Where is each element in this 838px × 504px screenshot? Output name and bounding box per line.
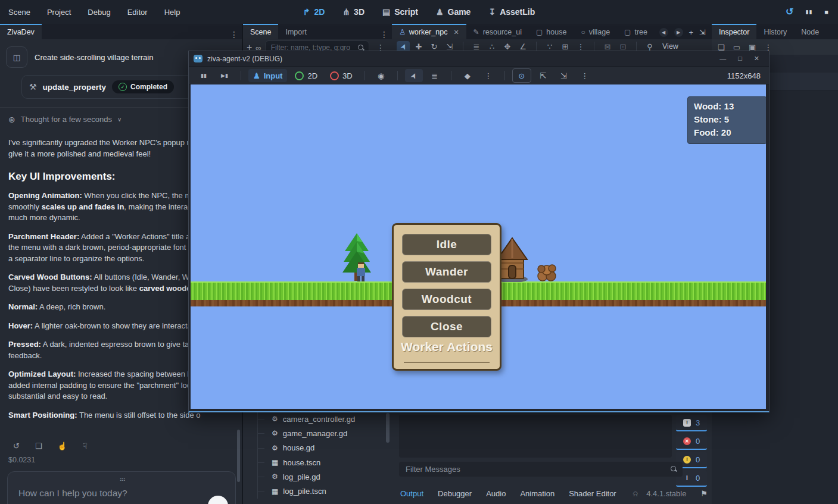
- message-cost: $0.0231: [8, 456, 35, 464]
- fullscreen-icon[interactable]: ⇱: [534, 69, 552, 82]
- prompt-input[interactable]: [17, 487, 198, 499]
- executed-count[interactable]: !3: [676, 415, 707, 431]
- script-tab-tree[interactable]: ▢tree: [617, 24, 655, 39]
- next-frame-icon[interactable]: ▶▮: [216, 69, 233, 82]
- expand-editor-icon[interactable]: ⇲: [699, 29, 706, 36]
- error-count[interactable]: ✕0: [676, 433, 707, 450]
- resource-wood: Wood: 13: [694, 100, 761, 113]
- err-icon: ✕: [683, 437, 691, 445]
- tab-zivadev-label: ZivaDev: [7, 28, 35, 36]
- bottom-tab-shader-editor[interactable]: Shader Editor: [569, 489, 616, 498]
- bottom-tab-animation[interactable]: Animation: [520, 489, 554, 498]
- new-resource-icon[interactable]: ❏: [718, 43, 725, 51]
- bottom-tab-debugger[interactable]: Debugger: [438, 489, 472, 498]
- load-resource-icon[interactable]: ▭: [733, 43, 740, 51]
- menu-debug[interactable]: Debug: [88, 8, 110, 17]
- search-icon: [358, 45, 365, 51]
- inspector-kebab-icon[interactable]: ⋮: [764, 43, 772, 51]
- menu-project[interactable]: Project: [47, 8, 71, 17]
- warn-icon: !: [683, 456, 691, 464]
- camera-kebab-icon[interactable]: ⋮: [479, 69, 497, 82]
- camera-override-icon[interactable]: ◆: [459, 69, 476, 82]
- send-button[interactable]: →: [208, 496, 228, 504]
- script-tab-house[interactable]: ▢house: [529, 24, 574, 39]
- filter-messages-input[interactable]: [404, 464, 666, 474]
- pause-button[interactable]: ▮▮: [805, 10, 812, 15]
- workspace-3d[interactable]: ⋔3D: [342, 7, 365, 17]
- view-menu[interactable]: View: [662, 42, 678, 51]
- workspace-2d[interactable]: ↱2D: [303, 7, 325, 17]
- save-resource-icon[interactable]: ▣: [749, 43, 756, 51]
- scene-tabstrip-kebab-icon[interactable]: ⋮: [376, 30, 392, 39]
- close-tab-icon[interactable]: ✕: [453, 29, 459, 36]
- select-mode-icon[interactable]: ➤: [405, 69, 423, 82]
- embed-kebab-icon[interactable]: ⋮: [576, 69, 594, 82]
- thumbs-up-icon[interactable]: ☝: [58, 442, 67, 450]
- worker-npc-sprite[interactable]: [355, 262, 367, 282]
- copy-icon[interactable]: ❏: [35, 442, 42, 450]
- npc-menu-button-wander[interactable]: Wander: [402, 261, 491, 283]
- pin-bottom-panel-icon[interactable]: ⚑: [700, 490, 708, 497]
- menu-help[interactable]: Help: [164, 8, 180, 17]
- npc-menu-button-close[interactable]: Close: [402, 316, 491, 337]
- workspace-game[interactable]: ♟Game: [436, 7, 471, 17]
- replay-button[interactable]: ↺: [786, 7, 793, 17]
- list-select-mode-icon[interactable]: ≣: [426, 69, 444, 82]
- menu-editor[interactable]: Editor: [127, 8, 148, 17]
- visibility-icon[interactable]: ◉: [372, 69, 390, 82]
- file-row[interactable]: ⚙game_manager.gd: [244, 426, 387, 440]
- tab-history[interactable]: History: [756, 24, 794, 39]
- tab-inspector[interactable]: Inspector: [712, 24, 756, 39]
- tab-zivadev[interactable]: ZivaDev: [0, 24, 42, 39]
- script-tab-village[interactable]: ○village: [574, 24, 617, 39]
- file-row[interactable]: ▦house.tscn: [244, 455, 387, 469]
- tab-import[interactable]: Import: [278, 24, 313, 39]
- close-icon[interactable]: ✕: [754, 55, 759, 62]
- bottom-tabs: OutputDebuggerAudioAnimationShader Edito…: [400, 489, 616, 498]
- workspace-script[interactable]: ▤Script: [382, 7, 418, 17]
- npc-menu-button-woodcut[interactable]: Woodcut: [402, 289, 491, 310]
- file-row[interactable]: ⚙camera_controller.gd: [244, 412, 387, 426]
- maximize-icon[interactable]: □: [738, 55, 742, 62]
- camera-3d-button[interactable]: 3D: [325, 69, 357, 82]
- file-row[interactable]: ⚙house.gd: [244, 441, 387, 455]
- prev-tab-icon[interactable]: ◀: [659, 28, 668, 37]
- file-row[interactable]: ⚙log_pile.gd: [244, 469, 387, 484]
- drag-handle-icon[interactable]: ⠿: [118, 477, 126, 481]
- worker-actions-menu: IdleWanderWoodcutClose Worker Actions: [392, 223, 501, 371]
- input-mode-button[interactable]: ♟ Input: [248, 69, 287, 82]
- scene-tabs: ♙worker_npc✕✎resource_ui▢house○village▢t…: [392, 24, 655, 39]
- notification-bell-icon[interactable]: ⍾: [633, 490, 638, 497]
- chevron-down-icon: ∨: [117, 117, 122, 123]
- tab-scene[interactable]: Scene: [243, 24, 278, 39]
- workspace-assetlib[interactable]: ↧AssetLib: [488, 7, 535, 17]
- bottom-tab-audio[interactable]: Audio: [486, 489, 506, 498]
- packed-scene-icon: ▢: [624, 28, 631, 36]
- tab-node[interactable]: Node: [794, 24, 826, 39]
- retry-icon[interactable]: ↺: [13, 442, 20, 450]
- script-tab-resource_ui[interactable]: ✎resource_ui: [466, 24, 529, 39]
- npc-menu-button-idle[interactable]: Idle: [402, 234, 491, 255]
- minimize-icon[interactable]: —: [719, 55, 726, 62]
- inspector-tabstrip: InspectorHistoryNode: [712, 24, 838, 39]
- filesystem-scrollbar[interactable]: [386, 413, 390, 443]
- chat-scrollbar[interactable]: [237, 430, 240, 482]
- bottom-bar-right: ⍾ 4.4.1.stable ⚑⇈: [633, 489, 720, 498]
- file-row[interactable]: ▦log_pile.tscn: [244, 484, 387, 498]
- pause-game-icon[interactable]: ▮▮: [195, 69, 213, 82]
- keep-aspect-icon[interactable]: ⇲: [555, 69, 573, 82]
- camera-2d-button[interactable]: 2D: [290, 69, 322, 82]
- next-tab-icon[interactable]: ▶: [674, 28, 683, 37]
- bottom-panel-bar: OutputDebuggerAudioAnimationShader Edito…: [392, 484, 728, 502]
- thumbs-down-icon[interactable]: ☟: [83, 442, 88, 450]
- bottom-tab-output[interactable]: Output: [400, 489, 423, 498]
- script-tab-worker_npc[interactable]: ♙worker_npc✕: [392, 24, 466, 39]
- menu-scene[interactable]: Scene: [8, 8, 30, 17]
- window-titlebar[interactable]: ziva-agent-v2 (DEBUG) — □ ✕: [189, 51, 769, 66]
- 2d-ring-icon: [295, 71, 304, 80]
- add-tab-icon[interactable]: +: [689, 29, 694, 36]
- ziva-kebab-icon[interactable]: ⋮: [226, 30, 242, 39]
- sidebar-toggle-button[interactable]: ◫: [6, 46, 27, 68]
- embed-focus-icon[interactable]: ⊙: [512, 68, 531, 83]
- stop-button[interactable]: ■: [824, 9, 828, 15]
